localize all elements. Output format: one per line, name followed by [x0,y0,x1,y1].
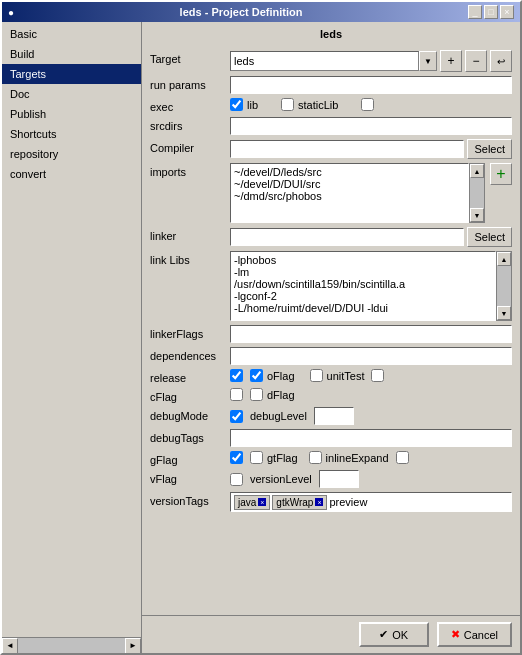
versiontag-2[interactable]: gtkWrap × [272,495,327,510]
gtflag-checkbox[interactable] [250,451,263,464]
lib-line-3: /usr/down/scintilla159/bin/scintilla.a [234,278,492,290]
imports-scroll-down[interactable]: ▼ [470,208,484,222]
exec-extra-group [361,98,374,111]
vflag-checkbox[interactable] [230,473,243,486]
tag2-icon[interactable]: × [315,498,323,506]
vflag-row: vFlag versionLevel 0 [150,470,512,488]
inline-extra-checkbox[interactable] [396,451,409,464]
imports-scroll-track[interactable] [470,178,484,208]
inline-checkbox[interactable] [309,451,322,464]
lib-line-4: -lgconf-2 [234,290,492,302]
run-params-input[interactable]: leds [230,76,512,94]
window-content: Basic Build Targets Doc Publish Shortcut… [2,22,520,653]
versiontags-box[interactable]: java × gtkWrap × preview [230,492,512,512]
target-label: Target [150,50,230,65]
linker-flags-row: linkerFlags [150,325,512,343]
debugmode-row: debugMode debugLevel 0 [150,407,512,425]
dependences-control [230,347,512,365]
dependences-input[interactable] [230,347,512,365]
release-checkbox[interactable] [230,369,243,382]
exec-lib-label: lib [247,99,258,111]
sidebar-item-build[interactable]: Build [2,44,141,64]
ok-button[interactable]: ✔ OK [359,622,429,647]
ok-label: OK [392,629,408,641]
compiler-select-button[interactable]: Select [467,139,512,159]
main-window: ● leds - Project Definition _ □ × Basic … [0,0,522,655]
sidebar-scrollbar: ◄ ► [2,637,141,653]
gflag-row: gFlag gtFlag inlineExpand [150,451,512,466]
unittest-extra-checkbox[interactable] [371,369,384,382]
oflag-label: oFlag [267,370,295,382]
target-add-button[interactable]: + [440,50,462,72]
unittest-group: unitTest [310,369,365,382]
imports-scrollbar: ▲ ▼ [469,163,485,223]
debuglevel-input[interactable]: 0 [314,407,354,425]
gtflag-group: gtFlag [250,451,298,464]
linker-row: linker gcc Select [150,227,512,247]
cflag-checkbox[interactable] [230,388,243,401]
unittest-checkbox[interactable] [310,369,323,382]
inline-extra [396,451,409,464]
gflag-checkbox[interactable] [230,451,243,464]
sidebar-item-shortcuts[interactable]: Shortcuts [2,124,141,144]
dflag-label: dFlag [267,389,295,401]
linker-input[interactable]: gcc [230,228,464,246]
link-libs-control: -lphobos -lm /usr/down/scintilla159/bin/… [230,251,512,321]
sidebar-item-publish[interactable]: Publish [2,104,141,124]
import-line-3: ~/dmd/src/phobos [234,190,465,202]
oflag-checkbox[interactable] [250,369,263,382]
maximize-button[interactable]: □ [484,5,498,19]
target-remove-button[interactable]: − [465,50,487,72]
sidebar-item-targets[interactable]: Targets [2,64,141,84]
run-params-row: run params leds [150,76,512,94]
dependences-row: dependences [150,347,512,365]
scroll-track[interactable] [18,638,125,653]
link-libs-scroll-down[interactable]: ▼ [497,306,511,320]
scroll-left-button[interactable]: ◄ [2,638,18,654]
link-libs-scroll-up[interactable]: ▲ [497,252,511,266]
debugmode-checkbox[interactable] [230,410,243,423]
target-dropdown-button[interactable]: ▼ [419,51,437,71]
sidebar-item-repository[interactable]: repository [2,144,141,164]
linker-flags-input[interactable] [230,325,512,343]
scroll-right-button[interactable]: ► [125,638,141,654]
target-dropdown-field[interactable]: leds [230,51,419,71]
cancel-button[interactable]: ✖ Cancel [437,622,512,647]
unittest-label: unitTest [327,370,365,382]
imports-textarea[interactable]: ~/devel/D/leds/src ~/devel/D/DUI/src ~/d… [230,163,469,223]
sidebar-item-convert[interactable]: convert [2,164,141,184]
minimize-button[interactable]: _ [468,5,482,19]
cflag-label: cFlag [150,388,230,403]
imports-scroll-up[interactable]: ▲ [470,164,484,178]
target-action-button[interactable]: ↩ [490,50,512,72]
run-params-label: run params [150,76,230,91]
exec-lib-checkbox[interactable] [230,98,243,111]
imports-add-button[interactable]: + [490,163,512,185]
title-bar: ● leds - Project Definition _ □ × [2,2,520,22]
imports-side-buttons: + [488,163,512,185]
debugtags-control: lookup [230,429,512,447]
debugmode-label: debugMode [150,407,230,422]
sidebar-item-basic[interactable]: Basic [2,24,141,44]
versiontag-3-text: preview [329,496,367,508]
dflag-checkbox[interactable] [250,388,263,401]
compiler-input[interactable]: dmd [230,140,464,158]
versionlevel-input[interactable]: 0 [319,470,359,488]
close-button[interactable]: × [500,5,514,19]
lib-line-2: -lm [234,266,492,278]
release-control: oFlag unitTest [230,369,512,382]
exec-extra-checkbox[interactable] [361,98,374,111]
form-area: Target leds ▼ + − ↩ [142,46,520,615]
exec-staticlib-checkbox[interactable] [281,98,294,111]
srcdirs-input[interactable]: leds:parseD:property:convert:resources [230,117,512,135]
versiontag-1[interactable]: java × [234,495,270,510]
link-libs-textarea[interactable]: -lphobos -lm /usr/down/scintilla159/bin/… [230,251,496,321]
tag1-icon[interactable]: × [258,498,266,506]
linker-control: gcc Select [230,227,512,247]
debugtags-input[interactable]: lookup [230,429,512,447]
cancel-icon: ✖ [451,628,460,641]
linker-select-button[interactable]: Select [467,227,512,247]
window-title: leds - Project Definition [180,6,303,18]
link-libs-scroll-track[interactable] [497,266,511,306]
sidebar-item-doc[interactable]: Doc [2,84,141,104]
